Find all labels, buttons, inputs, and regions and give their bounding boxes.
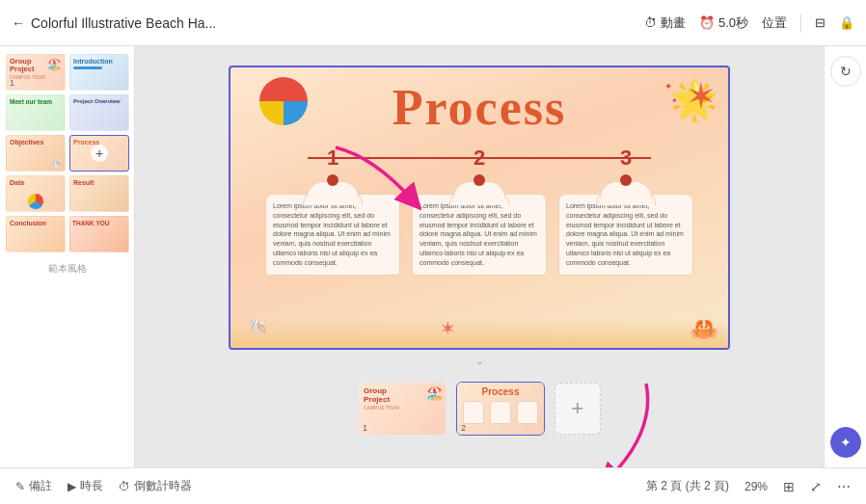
- canvas-area: 🌟 ✶ ✦ ✦ Process 1 Lorem ipsum dolor sit …: [135, 46, 824, 467]
- slide-row-4: Data Result: [6, 175, 128, 212]
- zoom-level[interactable]: 29%: [744, 480, 768, 493]
- duration-button[interactable]: ⏰ 5.0秒: [699, 14, 748, 32]
- process-step-3: 3 Lorem ipsum dolor sit amet, consectetu…: [558, 146, 693, 276]
- toolbar-right: ⏱ 動畫 ⏰ 5.0秒 位置 ⊟ 🔒: [644, 13, 854, 33]
- animate-icon: ⏱: [644, 15, 657, 30]
- more-icon: ⋯: [837, 479, 851, 494]
- add-icon: +: [572, 396, 584, 421]
- slide-thumb-3[interactable]: Meet our team: [6, 94, 66, 131]
- slide-thumb-9[interactable]: Conclusion: [6, 216, 66, 252]
- slide-thumb-4[interactable]: Project Overview: [69, 94, 129, 131]
- slide-strip: Group Project CAMPUS TOUR 🏖️ 1 Process: [358, 382, 601, 436]
- project-title: Colorful Illustrative Beach Ha...: [31, 15, 216, 31]
- slide-row-2: Meet our team Project Overview: [6, 94, 128, 131]
- step-number-2: 2: [474, 146, 485, 171]
- slide-thumb-7[interactable]: Data: [6, 175, 66, 212]
- align-icon: ⊟: [815, 15, 825, 30]
- add-slide-button[interactable]: +: [555, 383, 601, 435]
- step-card-2: Lorem ipsum dolor sit amet, consectetur …: [412, 194, 547, 276]
- magic-icon: ✦: [840, 435, 852, 450]
- step-card-1: Lorem ipsum dolor sit amet, consectetur …: [265, 194, 400, 276]
- lock-button[interactable]: 🔒: [839, 15, 854, 30]
- slide-canvas[interactable]: 🌟 ✶ ✦ ✦ Process 1 Lorem ipsum dolor sit …: [229, 66, 730, 350]
- duration-button[interactable]: ▶ 時長: [68, 478, 103, 494]
- star-small-2: ✦: [671, 96, 678, 105]
- top-toolbar: ← Colorful Illustrative Beach Ha... ⏱ 動畫…: [0, 0, 866, 46]
- arrow-annotation-2: [588, 384, 685, 467]
- slide-panel: GroupProject CAMPUS TOUR 🏖️ 1 Introducti…: [0, 46, 135, 467]
- slide-thumb-2[interactable]: Introduction: [69, 54, 129, 91]
- timer-icon: ⏱: [119, 480, 130, 493]
- step-card-3: Lorem ipsum dolor sit amet, consectetur …: [558, 194, 693, 276]
- step-dot-1: [327, 174, 338, 186]
- step-number-1: 1: [327, 146, 338, 171]
- strip-process-steps: [457, 397, 544, 428]
- slide-row-5: Conclusion THANK YOU: [6, 216, 128, 252]
- position-button[interactable]: 位置: [762, 14, 787, 32]
- align-button[interactable]: ⊟: [815, 15, 825, 30]
- toolbar-divider: [800, 13, 801, 33]
- grid-icon: ⊞: [783, 479, 795, 494]
- process-timeline: 1 Lorem ipsum dolor sit amet, consectetu…: [230, 146, 728, 276]
- strip-step-2: [490, 401, 511, 424]
- magic-button[interactable]: ✦: [830, 427, 861, 458]
- step-dot-2: [474, 174, 485, 186]
- timer-button[interactable]: ⏱ 倒數計時器: [119, 478, 192, 494]
- refresh-icon: ↻: [840, 64, 852, 79]
- strip-thumb-1-inner: Group Project CAMPUS TOUR 🏖️: [359, 383, 446, 435]
- right-panel: ↻ ✦: [824, 46, 866, 467]
- starfish-icon: ✶: [686, 75, 717, 118]
- fullscreen-button[interactable]: ⤢: [810, 479, 822, 494]
- sand-wave: [230, 319, 728, 348]
- grid-view-button[interactable]: ⊞: [783, 479, 795, 494]
- slide-thumb-5[interactable]: Objectives 🐚: [6, 135, 66, 172]
- strip-thumb-1[interactable]: Group Project CAMPUS TOUR 🏖️ 1: [358, 382, 447, 436]
- strip-step-3: [517, 401, 538, 424]
- animate-button[interactable]: ⏱ 動畫: [644, 14, 686, 32]
- slide-row-3: Objectives 🐚 Process +: [6, 135, 128, 172]
- slide-thumb-1[interactable]: GroupProject CAMPUS TOUR 🏖️ 1: [6, 54, 66, 91]
- beach-ball-decoration: [259, 77, 308, 125]
- notes-button[interactable]: ✎ 備註: [15, 478, 52, 494]
- slide-thumb-6[interactable]: Process +: [69, 135, 129, 172]
- process-step-1: 1 Lorem ipsum dolor sit amet, consectetu…: [265, 146, 400, 276]
- more-options-button[interactable]: ⋯: [837, 479, 851, 494]
- star-small-1: ✦: [664, 81, 672, 92]
- back-button[interactable]: ← Colorful Illustrative Beach Ha...: [12, 15, 216, 31]
- strip-thumb-2[interactable]: Process 2: [456, 382, 545, 436]
- clock-icon: ⏰: [699, 15, 715, 30]
- lock-icon: 🔒: [839, 15, 854, 30]
- fullscreen-icon: ⤢: [810, 479, 822, 494]
- step-dot-3: [620, 174, 632, 186]
- strip-step-1: [463, 401, 484, 424]
- step-number-3: 3: [620, 146, 632, 171]
- back-arrow-icon: ←: [12, 15, 25, 31]
- refresh-button[interactable]: ↻: [830, 56, 861, 87]
- strip-thumb-2-inner: Process: [457, 383, 544, 435]
- duration-icon: ▶: [68, 480, 76, 493]
- collapse-toggle[interactable]: ⌄: [475, 356, 483, 366]
- slide-thumb-8[interactable]: Result: [69, 175, 129, 212]
- slide-row-1: GroupProject CAMPUS TOUR 🏖️ 1 Introducti…: [6, 54, 128, 91]
- notes-icon: ✎: [15, 480, 25, 493]
- sidebar-section-label: 範本風格: [6, 256, 128, 278]
- bottom-bar: ✎ 備註 ▶ 時長 ⏱ 倒數計時器 第 2 頁 (共 2 頁) 29% ⊞ ⤢ …: [0, 467, 866, 504]
- main-content: GroupProject CAMPUS TOUR 🏖️ 1 Introducti…: [0, 46, 866, 467]
- slide-thumb-10[interactable]: THANK YOU: [69, 216, 129, 252]
- page-info: 第 2 頁 (共 2 頁): [646, 478, 729, 494]
- process-step-2: 2 Lorem ipsum dolor sit amet, consectetu…: [412, 146, 547, 276]
